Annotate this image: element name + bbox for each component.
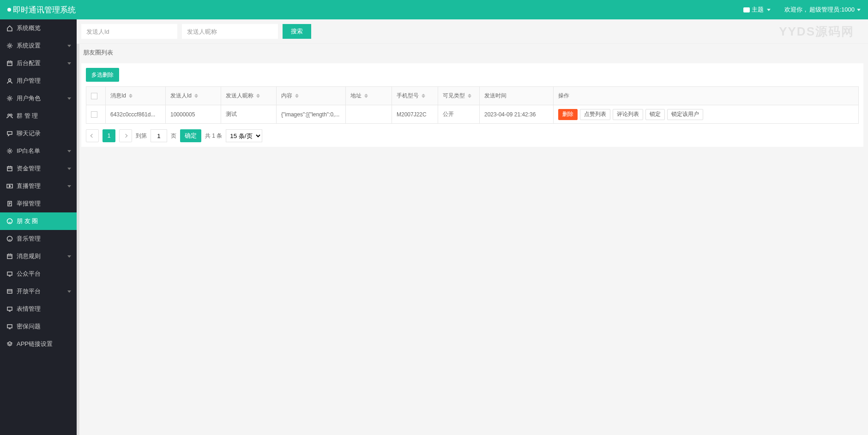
col-label: 可见类型: [443, 92, 465, 99]
row-checkbox[interactable]: [91, 111, 97, 118]
table-row: 6432c0cccf861d...10000005测试{"images":[{"…: [86, 105, 859, 124]
calendar-icon: [6, 165, 13, 172]
caret-down-icon: [67, 168, 71, 170]
sidebar-item-backend-cfg[interactable]: 后台配置: [0, 54, 77, 72]
svg-point-5: [10, 114, 12, 116]
col-header-sendTime: 发送时间: [480, 87, 554, 105]
layers-icon: [6, 341, 13, 347]
col-header-content[interactable]: 内容: [277, 87, 346, 105]
sidebar-item-overview[interactable]: 系统概览: [0, 19, 77, 37]
likes-button[interactable]: 点赞列表: [580, 109, 610, 120]
cell-ops: 删除点赞列表评论列表锁定锁定该用户: [554, 105, 859, 124]
caret-down-icon: [67, 97, 71, 100]
comments-button[interactable]: 评论列表: [613, 109, 643, 120]
col-header-senderNick[interactable]: 发送人昵称: [221, 87, 277, 105]
col-label: 内容: [281, 92, 292, 99]
sender-id-input[interactable]: [81, 24, 177, 39]
svg-rect-15: [7, 307, 12, 310]
watermark: YYDS源码网: [779, 24, 854, 40]
goto-page-input[interactable]: [151, 129, 167, 142]
sidebar-item-live-mgmt[interactable]: 直播管理: [0, 177, 77, 195]
lock-button[interactable]: 锁定: [645, 109, 665, 120]
col-label: 消息Id: [110, 92, 126, 99]
sidebar-item-ip-whitelist[interactable]: IP白名单: [0, 142, 77, 160]
sidebar-item-app-link[interactable]: APP链接设置: [0, 335, 77, 353]
sender-nick-input[interactable]: [182, 24, 278, 39]
sidebar-item-user-role[interactable]: 用户角色: [0, 90, 77, 107]
sidebar-item-chat-log[interactable]: 聊天记录: [0, 125, 77, 142]
gear-icon: [6, 148, 13, 154]
sidebar-item-label: 朋 友 圈: [17, 217, 38, 225]
svg-point-11: [7, 236, 12, 242]
sidebar-item-label: 开放平台: [17, 287, 41, 296]
sidebar-item-open-platform[interactable]: 开放平台: [0, 283, 77, 300]
sidebar-item-label: 系统概览: [17, 24, 41, 32]
svg-point-10: [7, 219, 12, 224]
sidebar-item-label: APP链接设置: [17, 340, 53, 348]
col-label: 操作: [558, 92, 569, 99]
chat-icon: [6, 130, 13, 137]
sidebar-item-label: 资金管理: [17, 164, 41, 173]
sidebar-item-music-mgmt[interactable]: 音乐管理: [0, 230, 77, 248]
sidebar-item-label: IP白名单: [17, 147, 40, 155]
calendar-icon: [6, 253, 13, 260]
multi-delete-button[interactable]: 多选删除: [86, 68, 119, 82]
cell-address: [346, 105, 392, 124]
theme-button[interactable]: 主题: [743, 6, 771, 14]
caret-down-icon: [67, 185, 71, 187]
col-label: 发送人Id: [170, 92, 192, 99]
goto-confirm-button[interactable]: 确定: [180, 129, 201, 142]
sidebar-item-user-mgmt[interactable]: 用户管理: [0, 72, 77, 90]
home-icon: [6, 25, 13, 31]
sidebar-item-emoji-mgmt[interactable]: 表情管理: [0, 300, 77, 318]
svg-rect-7: [7, 167, 12, 171]
svg-point-2: [9, 79, 11, 81]
col-header-address[interactable]: 地址: [346, 87, 392, 105]
col-header-senderId[interactable]: 发送人Id: [166, 87, 221, 105]
sidebar-item-fund-mgmt[interactable]: 资金管理: [0, 160, 77, 177]
smile-icon: [6, 236, 13, 242]
delete-button[interactable]: 删除: [558, 109, 578, 120]
next-page-button[interactable]: [119, 129, 132, 142]
col-header-phoneModel[interactable]: 手机型号: [392, 87, 438, 105]
gear-icon: [6, 95, 13, 102]
sidebar-item-sys-settings[interactable]: 系统设置: [0, 37, 77, 54]
svg-rect-1: [7, 61, 12, 66]
select-all-checkbox[interactable]: [91, 93, 97, 99]
sidebar: 系统概览系统设置后台配置用户管理用户角色群 管 理聊天记录IP白名单资金管理直播…: [0, 19, 77, 435]
sidebar-item-group-mgmt[interactable]: 群 管 理: [0, 107, 77, 125]
cell-senderNick: 测试: [221, 105, 277, 124]
gear-icon: [6, 42, 13, 49]
page-1-button[interactable]: 1: [102, 129, 115, 142]
cell-msgId: 6432c0cccf861d...: [106, 105, 166, 124]
chevron-right-icon: [124, 134, 127, 138]
cell-content: {"images":[{"length":0,...: [277, 105, 346, 124]
users-icon: [6, 113, 13, 119]
sort-icon: [129, 94, 133, 98]
col-header-visibleType[interactable]: 可见类型: [438, 87, 480, 105]
sidebar-item-public-platform[interactable]: 公众平台: [0, 265, 77, 283]
sidebar-item-report-mgmt[interactable]: 举报管理: [0, 195, 77, 212]
sidebar-item-label: 后台配置: [17, 59, 41, 67]
goto-suffix: 页: [171, 132, 176, 140]
welcome-prefix: 欢迎你，: [784, 6, 808, 14]
smile-icon: [6, 218, 13, 224]
sidebar-item-msg-rules[interactable]: 消息规则: [0, 248, 77, 265]
svg-rect-12: [7, 254, 12, 259]
goto-prefix: 到第: [136, 132, 147, 140]
page-size-select[interactable]: 15 条/页: [226, 129, 262, 142]
lock-user-button[interactable]: 锁定该用户: [667, 109, 703, 120]
sidebar-item-security-q[interactable]: 密保问题: [0, 318, 77, 335]
welcome-user[interactable]: 欢迎你， 超级管理员:1000: [784, 6, 861, 14]
search-button[interactable]: 搜索: [283, 24, 311, 39]
sidebar-item-label: 用户角色: [17, 94, 41, 103]
scrollbar[interactable]: [77, 19, 79, 435]
sort-icon: [422, 94, 425, 98]
play-icon: [6, 183, 13, 189]
cell-visibleType: 公开: [438, 105, 480, 124]
caret-down-icon: [67, 290, 71, 293]
sidebar-item-moments[interactable]: 朋 友 圈: [0, 212, 77, 230]
col-header-msgId[interactable]: 消息Id: [106, 87, 166, 105]
sort-icon: [194, 94, 198, 98]
prev-page-button[interactable]: [86, 129, 99, 142]
